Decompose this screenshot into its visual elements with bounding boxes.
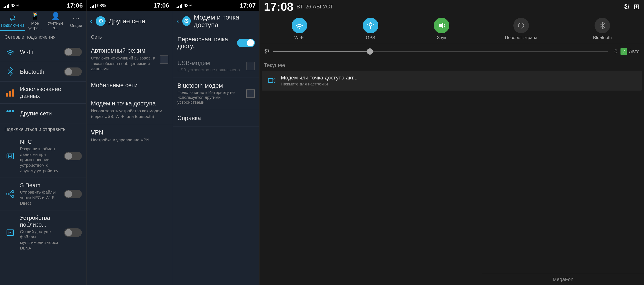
- notif-icon: [266, 75, 277, 86]
- svg-point-3: [6, 110, 9, 112]
- brightness-fill: [273, 51, 374, 52]
- vpn-title: VPN: [91, 129, 168, 136]
- quick-settings-row: Wi-Fi GPS Звук: [260, 13, 644, 44]
- svg-point-4: [9, 110, 11, 112]
- quick-rotate-icon: [514, 18, 529, 33]
- bt-modem-desc: Подключение к Интернету не используется …: [178, 90, 243, 105]
- nfc-toggle[interactable]: [64, 152, 82, 160]
- tethering-title: Модем и точка доступа: [91, 100, 168, 107]
- bt-modem-checkbox[interactable]: [246, 89, 255, 98]
- page-title-2: Другие сети: [109, 17, 146, 25]
- quick-rotate-btn[interactable]: Поворот экрана: [505, 18, 538, 40]
- menu-item-data-usage[interactable]: Использование данных: [0, 82, 86, 104]
- quick-bluetooth-icon: [594, 18, 610, 33]
- usb-modem-desc: USB-устройство не подключено: [178, 68, 243, 72]
- sbeam-toggle[interactable]: [64, 190, 82, 198]
- connections-icon: ⇄: [10, 14, 16, 22]
- usb-modem-checkbox[interactable]: [246, 62, 255, 70]
- auto-brightness-check[interactable]: ✓ Авто: [620, 48, 640, 55]
- menu-item-wifi[interactable]: Wi-Fi: [0, 42, 86, 62]
- hotspot-text: Переносная точка досту..: [178, 36, 234, 50]
- nearby-title: Устройства поблизо...: [20, 214, 60, 228]
- tab-mydevice[interactable]: 📱 Мое устро...: [25, 11, 45, 31]
- brightness-value: 0: [611, 48, 618, 55]
- usb-modem-title: USB-модем: [178, 60, 243, 67]
- menu-item-nearby[interactable]: Устройства поблизо... Общий доступ к фай…: [0, 210, 86, 255]
- settings-icon-2: ⚙: [96, 16, 106, 26]
- nearby-desc: Общий доступ к файлам мультимедиа через …: [20, 229, 60, 251]
- svg-line-13: [9, 194, 12, 196]
- sbeam-title: S Beam: [20, 182, 60, 189]
- svg-point-16: [10, 232, 11, 233]
- quick-sound-icon: [434, 18, 449, 33]
- list-item-mobile[interactable]: Мобильные сети: [86, 77, 173, 95]
- airplane-checkbox[interactable]: [160, 56, 168, 64]
- tab-connections[interactable]: ⇄ Подключени: [0, 11, 25, 31]
- menu-item-bluetooth[interactable]: Bluetooth: [0, 62, 86, 82]
- nav-header-3: ‹ ⚙ Модем и точка доступа: [173, 11, 259, 31]
- brightness-icon: ⚙: [264, 48, 270, 55]
- svg-rect-1: [9, 91, 11, 97]
- grid-icon[interactable]: ⊞: [634, 3, 640, 11]
- help-text: Справка: [178, 115, 255, 122]
- quick-sound-label: Звук: [437, 35, 446, 40]
- data-usage-icon: [4, 87, 16, 98]
- notification-item[interactable]: Модем или точка доступа акт... Нажмите д…: [262, 71, 642, 91]
- hotspot-toggle[interactable]: [237, 39, 255, 47]
- tethering-desc: Использовать устройство как модем (через…: [91, 108, 168, 119]
- sbeam-icon: [4, 188, 16, 200]
- quick-bluetooth-btn[interactable]: Bluetooth: [593, 18, 612, 40]
- settings-tabs: ⇄ Подключени 📱 Мое устро... 👤 Учетные з.…: [0, 11, 86, 31]
- tab-mydevice-label: Мое устро...: [26, 21, 44, 31]
- brightness-slider[interactable]: [273, 51, 608, 52]
- wifi-toggle[interactable]: [64, 48, 82, 56]
- quick-rotate-label: Поворот экрана: [505, 35, 538, 40]
- help-title: Справка: [178, 115, 255, 122]
- tab-accounts-label: Учетные з...: [46, 21, 65, 31]
- hotspot-toggle-knob: [247, 39, 254, 46]
- signal-icon-3: [176, 3, 182, 8]
- back-button-3[interactable]: ‹: [176, 17, 179, 26]
- bluetooth-toggle-knob: [65, 68, 72, 75]
- back-button-2[interactable]: ‹: [90, 17, 93, 26]
- status-bar-3-left: 98%: [176, 3, 238, 8]
- brightness-knob: [367, 48, 373, 55]
- svg-rect-18: [268, 79, 273, 83]
- nearby-toggle[interactable]: [64, 228, 82, 237]
- help-item[interactable]: Справка: [173, 110, 259, 127]
- menu-item-other-networks[interactable]: Другие сети: [0, 104, 86, 123]
- status-bar-2-left: 98%: [90, 3, 152, 8]
- hotspot-item[interactable]: Переносная точка досту..: [173, 31, 259, 55]
- notif-title: Модем или точка доступа акт...: [281, 75, 637, 81]
- section-label-network: Сеть: [86, 31, 173, 42]
- signal-icon: [4, 3, 9, 8]
- usb-modem-item[interactable]: USB-модем USB-устройство не подключено: [173, 55, 259, 78]
- quick-gps-btn[interactable]: GPS: [363, 18, 378, 40]
- panel-quick-settings: 17:08 ВТ, 26 АВГУСТ ⚙ ⊞ Wi-Fi: [260, 0, 644, 285]
- nearby-toggle-knob: [65, 229, 72, 236]
- tab-options[interactable]: ⋯ Опции: [66, 11, 86, 31]
- sbeam-desc: Отправить файлы через NFC и Wi-Fi Direct: [20, 190, 60, 206]
- list-item-tethering[interactable]: Модем и точка доступа Использовать устро…: [86, 95, 173, 124]
- tab-options-label: Опции: [70, 23, 82, 28]
- status-time-3: 17:07: [240, 2, 256, 9]
- tab-accounts[interactable]: 👤 Учетные з...: [45, 11, 66, 31]
- menu-item-nfc[interactable]: NFC Разрешить обмен данными при прикосно…: [0, 135, 86, 178]
- nav-header-2: ‹ ⚙ Другие сети: [86, 11, 173, 31]
- svg-rect-2: [12, 89, 14, 97]
- quick-wifi-icon: [292, 18, 307, 33]
- vpn-desc: Настройка и управление VPN: [91, 137, 168, 143]
- battery-indicator-2: 98%: [97, 3, 106, 8]
- list-item-vpn[interactable]: VPN Настройка и управление VPN: [86, 124, 173, 148]
- wifi-toggle-knob: [65, 48, 72, 56]
- wifi-text: Wi-Fi: [20, 49, 60, 56]
- bt-modem-item[interactable]: Bluetooth-модем Подключение к Интернету …: [173, 78, 259, 110]
- airplane-title: Автономный режим: [91, 47, 156, 54]
- page-title-3: Модем и точка доступа: [194, 14, 256, 29]
- bluetooth-toggle[interactable]: [64, 68, 82, 76]
- settings-gear-icon[interactable]: ⚙: [624, 3, 630, 11]
- menu-item-sbeam[interactable]: S Beam Отправить файлы через NFC и Wi-Fi…: [0, 178, 86, 210]
- quick-sound-btn[interactable]: Звук: [434, 18, 449, 40]
- list-item-airplane[interactable]: Автономный режим Отключение функций вызо…: [86, 42, 173, 77]
- quick-wifi-btn[interactable]: Wi-Fi: [292, 18, 307, 40]
